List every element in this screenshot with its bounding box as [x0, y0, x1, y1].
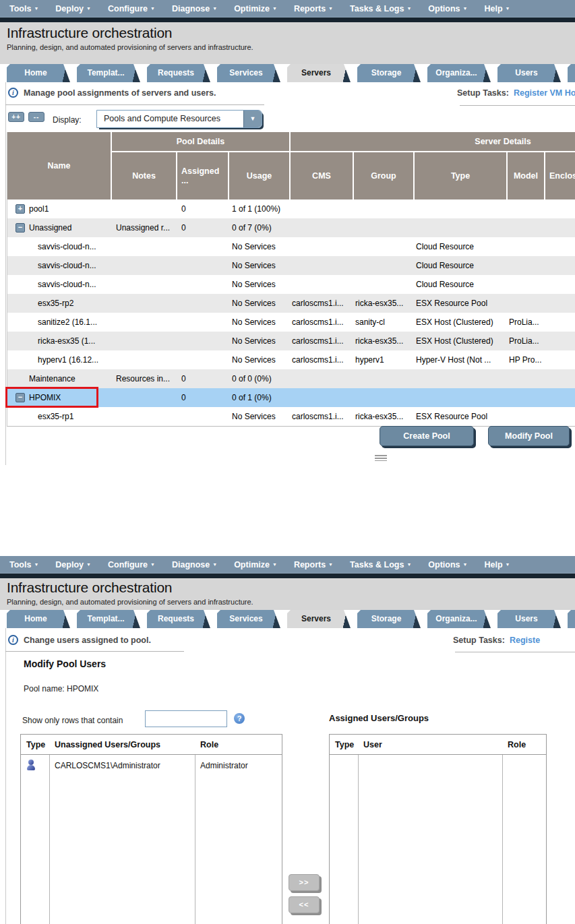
column-header-cms[interactable]: CMS [289, 151, 353, 199]
cell-cms: carloscms1.i... [289, 336, 353, 346]
move-left-button[interactable]: << [289, 896, 320, 913]
row-name-label: pool1 [29, 204, 49, 214]
expand-all-button[interactable]: ++ [8, 112, 24, 122]
table-row[interactable]: savvis-cloud-n... No Services Cloud Reso… [7, 256, 575, 275]
column-header-notes[interactable]: Notes [111, 151, 176, 199]
menu-item[interactable]: Tasks & Logs▼ [350, 560, 411, 569]
column-header-user[interactable]: User [358, 740, 502, 749]
tab[interactable]: Organiza... [427, 64, 491, 82]
menu-item[interactable]: Tools▼ [9, 560, 38, 569]
column-header-type[interactable]: Type [21, 740, 49, 749]
dropdown-arrow-icon[interactable]: ▼ [243, 111, 262, 127]
cell-usage: 0 of 0 (0%) [228, 374, 289, 383]
page-header: Infrastructure orchestration Planning, d… [0, 22, 575, 64]
menu-item[interactable]: Deploy▼ [55, 4, 91, 13]
cell-type: ESX Resource Pool [413, 299, 506, 308]
menu-item[interactable]: Diagnose▼ [172, 560, 217, 569]
row-name-label: savvis-cloud-n... [38, 242, 96, 251]
chevron-down-icon: ▼ [463, 562, 468, 567]
tab[interactable]: Users [497, 64, 561, 82]
tab[interactable]: Users [497, 610, 561, 628]
tab[interactable]: Storage [357, 610, 421, 628]
move-right-button[interactable]: >> [289, 874, 320, 891]
register-link[interactable]: Registe [510, 636, 540, 645]
splitter-handle[interactable] [375, 455, 387, 461]
tab[interactable]: Templat... [77, 64, 140, 82]
menu-item[interactable]: Configure▼ [108, 560, 155, 569]
annotation-red-box [5, 387, 98, 408]
menu-item[interactable]: Configure▼ [108, 4, 155, 13]
menu-item[interactable]: Help▼ [485, 4, 510, 13]
tab[interactable]: Servers [287, 64, 351, 82]
tab[interactable]: Home [7, 610, 70, 628]
tab[interactable]: Templat... [77, 610, 140, 628]
register-vm-host-link[interactable]: Register VM Ho [514, 88, 575, 98]
table-row[interactable]: ricka-esx35 (1... No Services carloscms1… [7, 332, 575, 350]
chevron-down-icon: ▼ [272, 6, 277, 11]
column-header-name[interactable]: Name [7, 132, 111, 199]
user-row[interactable]: CARLOSCMS1\Administrator Administrator [21, 755, 282, 776]
table-row[interactable]: hyperv1 (16.12... No Services carloscms1… [7, 350, 575, 369]
column-header-assigned[interactable]: Assigned ... [176, 151, 228, 199]
menu-item[interactable]: Help▼ [485, 560, 510, 569]
row-name-label: Unassigned [29, 223, 71, 233]
column-header-model[interactable]: Model [506, 151, 544, 199]
cell-group: sanity-cl [353, 317, 413, 327]
menu-item[interactable]: Optimize▼ [234, 560, 277, 569]
cell-type [21, 760, 49, 772]
row-name-label: savvis-cloud-n... [38, 261, 96, 270]
table-row[interactable]: esx35-rp1 No Services carloscms1.i... ri… [7, 407, 575, 426]
tab[interactable]: Services [217, 64, 280, 82]
row-name-label: hyperv1 (16.12... [38, 355, 98, 365]
menu-item[interactable]: Tools▼ [9, 4, 38, 13]
menu-item[interactable]: Deploy▼ [55, 560, 91, 569]
table-row[interactable]: savvis-cloud-n... No Services Cloud Reso… [7, 275, 575, 294]
menu-item[interactable]: Optimize▼ [234, 4, 277, 13]
expand-toggle-icon[interactable]: + [16, 204, 25, 214]
column-header-role[interactable]: Role [195, 740, 283, 749]
tab[interactable]: Requests [147, 610, 210, 628]
column-header-group[interactable]: Group [353, 151, 413, 199]
column-header-role[interactable]: Role [502, 740, 547, 749]
display-dropdown[interactable]: Pools and Compute Resources ▼ [96, 110, 262, 128]
table-row[interactable]: +pool1 0 1 of 1 (100%) [7, 199, 575, 218]
table-row[interactable]: esx35-rp2 No Services carloscms1.i... ri… [7, 294, 575, 313]
table-row[interactable]: −Unassigned Unassigned r... 0 0 of 7 (0%… [7, 218, 575, 237]
row-name-label: savvis-cloud-n... [38, 280, 96, 289]
column-header-enclosure[interactable]: Enclosur [544, 151, 575, 199]
status-message: Manage pool assignments of servers and u… [24, 88, 216, 98]
cell-type: ESX Host (Clustered) [413, 317, 506, 327]
column-header-type[interactable]: Type [413, 151, 506, 199]
column-header-usage[interactable]: Usage [228, 151, 289, 199]
menu-item[interactable]: Options▼ [428, 4, 467, 13]
menu-item[interactable]: Reports▼ [294, 4, 333, 13]
collapse-all-button[interactable]: -- [28, 112, 44, 122]
row-name-label: ricka-esx35 (1... [38, 336, 95, 346]
modify-pool-button[interactable]: Modify Pool [488, 426, 570, 446]
column-divider [195, 755, 195, 924]
tab[interactable] [568, 64, 575, 82]
menu-item[interactable]: Diagnose▼ [172, 4, 217, 13]
cell-assigned: 0 [176, 393, 228, 402]
cell-cms: carloscms1.i... [289, 317, 353, 327]
filter-input[interactable] [145, 710, 227, 727]
tab[interactable]: Services [217, 610, 280, 628]
table-row[interactable]: sanitize2 (16.1... No Services carloscms… [7, 313, 575, 332]
table-row[interactable]: Maintenance Resources in... 0 0 of 0 (0%… [7, 369, 575, 388]
column-header-type[interactable]: Type [330, 740, 358, 749]
column-header-user[interactable]: Unassigned Users/Groups [49, 740, 195, 749]
tab[interactable]: Servers [287, 610, 351, 628]
expand-toggle-icon[interactable]: − [16, 223, 25, 233]
tab[interactable]: Home [7, 64, 70, 82]
menu-item[interactable]: Reports▼ [294, 560, 333, 569]
table-row[interactable]: savvis-cloud-n... No Services Cloud Reso… [7, 237, 575, 256]
tab[interactable]: Organiza... [427, 610, 491, 628]
cell-user: CARLOSCMS1\Administrator [49, 761, 195, 770]
tab[interactable]: Requests [147, 64, 210, 82]
create-pool-button[interactable]: Create Pool [380, 426, 474, 446]
menu-item[interactable]: Options▼ [428, 560, 467, 569]
menu-item[interactable]: Tasks & Logs▼ [350, 4, 411, 13]
tab[interactable] [568, 610, 575, 628]
tab[interactable]: Storage [357, 64, 421, 82]
help-icon[interactable]: ? [234, 713, 245, 724]
